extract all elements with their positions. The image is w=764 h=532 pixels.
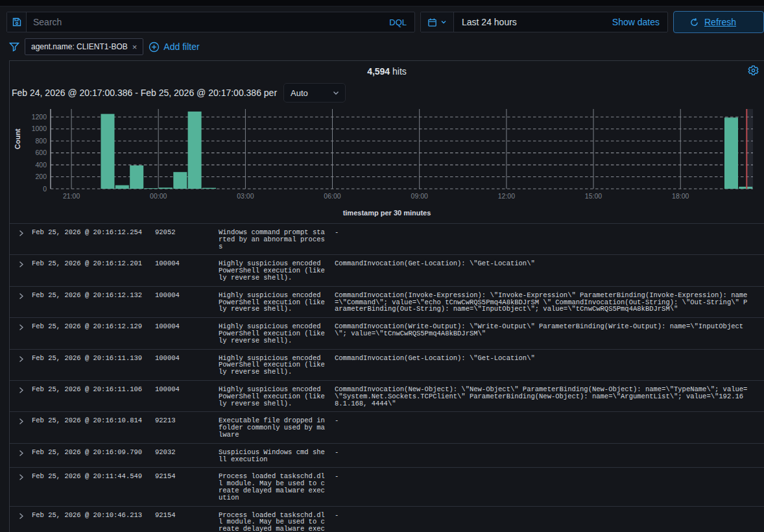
row-rule-id: 100004 <box>155 292 219 299</box>
table-row: Feb 25, 2026 @ 20:11:44.549 92154 Proces… <box>10 467 764 505</box>
row-data: - <box>335 449 756 456</box>
filter-funnel-icon[interactable] <box>9 42 19 52</box>
time-range-label[interactable]: Last 24 hours <box>454 17 604 27</box>
row-data: - <box>335 417 756 424</box>
y-axis-title: Count <box>14 128 21 149</box>
chevron-down-icon <box>332 89 340 97</box>
chevron-right-icon <box>18 474 25 481</box>
histogram-svg: 02004006008001000120021:0000:0003:0006:0… <box>10 108 764 205</box>
expand-row-button[interactable] <box>10 512 32 520</box>
table-row: Feb 25, 2026 @ 20:16:12.129 100004 Highl… <box>10 317 764 348</box>
svg-text:09:00: 09:00 <box>411 192 428 200</box>
svg-text:1200: 1200 <box>32 113 47 121</box>
row-data: CommandInvocation(Get-Location): \"Get-L… <box>335 355 756 362</box>
row-rule-id: 92154 <box>155 473 219 480</box>
refresh-button[interactable]: Refresh <box>673 11 764 33</box>
row-timestamp: Feb 25, 2026 @ 20:16:12.254 <box>32 229 155 236</box>
row-rule-id: 92032 <box>155 449 219 456</box>
row-description: Windows command prompt started by an abn… <box>219 229 335 250</box>
expand-row-button[interactable] <box>10 260 32 268</box>
filter-remove-icon[interactable]: × <box>132 43 137 51</box>
row-timestamp: Feb 25, 2026 @ 20:16:11.139 <box>32 355 155 362</box>
svg-text:800: 800 <box>35 137 47 145</box>
expand-row-button[interactable] <box>10 449 32 457</box>
table-row: Feb 25, 2026 @ 20:10:46.213 92154 Proces… <box>10 506 764 532</box>
svg-text:21:00: 21:00 <box>63 192 80 200</box>
row-data: CommandInvocation(Invoke-Expression): \"… <box>335 292 756 313</box>
chevron-right-icon <box>18 293 25 300</box>
row-rule-id: 100004 <box>155 355 219 362</box>
hits-row: 4,594 hits <box>10 61 764 79</box>
row-timestamp: Feb 25, 2026 @ 20:16:12.132 <box>32 292 155 299</box>
table-row: Feb 25, 2026 @ 20:16:12.132 100004 Highl… <box>10 286 764 317</box>
row-rule-id: 100004 <box>155 386 219 393</box>
row-rule-id: 92213 <box>155 417 219 424</box>
quick-select-button[interactable] <box>421 12 454 32</box>
row-timestamp: Feb 25, 2026 @ 20:16:10.814 <box>32 417 155 424</box>
chart-range-text: Feb 24, 2026 @ 20:17:00.386 - Feb 25, 20… <box>12 88 277 98</box>
chevron-right-icon <box>18 450 25 457</box>
calendar-icon <box>427 18 437 27</box>
table-row: Feb 25, 2026 @ 20:16:12.201 100004 Highl… <box>10 254 764 285</box>
refresh-label: Refresh <box>704 17 736 27</box>
svg-text:600: 600 <box>35 149 47 156</box>
expand-row-button[interactable] <box>10 417 32 425</box>
expand-row-button[interactable] <box>10 355 32 363</box>
interval-select[interactable]: Auto <box>283 83 346 103</box>
table-row: Feb 25, 2026 @ 20:16:10.814 92213 Execut… <box>10 411 764 442</box>
filter-pill-agent-name[interactable]: agent.name: CLIENT1-BOB × <box>25 38 143 55</box>
row-timestamp: Feb 25, 2026 @ 20:11:44.549 <box>32 473 155 480</box>
plus-circle-icon <box>149 42 160 53</box>
search-input[interactable] <box>27 12 381 32</box>
chevron-down-icon <box>440 19 447 25</box>
row-description: Highly suspicious encoded PowerShell exe… <box>219 260 335 281</box>
save-icon <box>12 17 22 27</box>
row-rule-id: 92154 <box>155 512 219 519</box>
row-description: Highly suspicious encoded PowerShell exe… <box>219 386 335 407</box>
x-axis-title: timestamp per 30 minutes <box>10 205 764 223</box>
row-timestamp: Feb 25, 2026 @ 20:16:11.106 <box>32 386 155 393</box>
table-row: Feb 25, 2026 @ 20:16:12.254 92052 Window… <box>10 223 764 254</box>
row-data: CommandInvocation(New-Object): \"New-Obj… <box>335 386 756 407</box>
svg-text:400: 400 <box>35 161 47 169</box>
add-filter-button[interactable]: Add filter <box>149 42 199 53</box>
save-query-button[interactable] <box>7 12 27 32</box>
svg-text:200: 200 <box>35 173 47 180</box>
chart-options-gear-button[interactable] <box>748 65 759 76</box>
search-bar: DQL <box>6 12 415 32</box>
chart-header: Feb 24, 2026 @ 20:17:00.386 - Feb 25, 20… <box>10 79 764 105</box>
row-description: Highly suspicious encoded PowerShell exe… <box>219 292 335 313</box>
expand-row-button[interactable] <box>10 323 32 331</box>
refresh-icon <box>689 18 699 27</box>
hits-label: hits <box>392 66 407 77</box>
expand-row-button[interactable] <box>10 473 32 481</box>
gear-icon <box>748 65 759 76</box>
row-timestamp: Feb 25, 2026 @ 20:16:09.790 <box>32 449 155 456</box>
row-description: Highly suspicious encoded PowerShell exe… <box>219 323 335 344</box>
row-timestamp: Feb 25, 2026 @ 20:16:12.201 <box>32 260 155 267</box>
svg-text:06:00: 06:00 <box>324 192 340 200</box>
histogram-chart[interactable]: Count 02004006008001000120021:0000:0003:… <box>10 108 764 205</box>
expand-row-button[interactable] <box>10 386 32 394</box>
expand-row-button[interactable] <box>10 292 32 300</box>
svg-text:03:00: 03:00 <box>237 192 254 200</box>
chevron-right-icon <box>18 324 25 331</box>
row-timestamp: Feb 25, 2026 @ 20:16:12.129 <box>32 323 155 330</box>
row-data: - <box>335 473 756 480</box>
row-data: - <box>335 512 756 519</box>
dql-toggle[interactable]: DQL <box>381 18 414 27</box>
row-rule-id: 100004 <box>155 323 219 330</box>
row-data: CommandInvocation(Get-Location): \"Get-L… <box>335 260 756 267</box>
filter-bar: agent.name: CLIENT1-BOB × Add filter <box>0 37 764 60</box>
row-rule-id: 100004 <box>155 260 219 267</box>
row-rule-id: 92052 <box>155 229 219 236</box>
svg-text:1000: 1000 <box>32 125 47 132</box>
hits-count: 4,594 <box>367 66 390 77</box>
expand-row-button[interactable] <box>10 229 32 237</box>
svg-text:0: 0 <box>43 185 47 193</box>
row-description: Process loaded taskschd.dll module. May … <box>219 473 335 501</box>
table-row: Feb 25, 2026 @ 20:16:11.139 100004 Highl… <box>10 349 764 380</box>
chevron-right-icon <box>18 261 25 268</box>
show-dates-link[interactable]: Show dates <box>604 17 667 27</box>
browser-top-strip <box>0 0 764 6</box>
